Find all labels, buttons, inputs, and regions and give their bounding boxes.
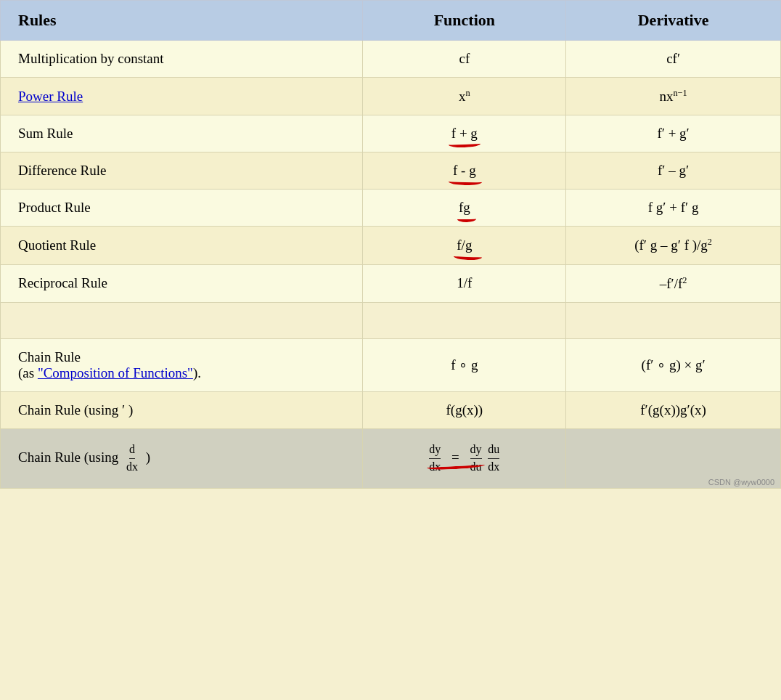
equals-sign: = xyxy=(451,449,459,465)
rule-cell: Reciprocal Rule xyxy=(1,264,363,302)
derivatives-table: Rules Function Derivative Multiplication… xyxy=(0,0,781,489)
rule-cell: Chain Rule (as "Composition of Functions… xyxy=(1,338,363,391)
function-cell: f + g xyxy=(363,115,566,152)
composition-link[interactable]: "Composition of Functions" xyxy=(38,365,193,380)
table-row: Product Rule fg f g′ + f′ g xyxy=(1,190,781,227)
function-cell: fg xyxy=(363,190,566,227)
table-row: Chain Rule (as "Composition of Functions… xyxy=(1,338,781,391)
dy-num: dy xyxy=(429,442,441,459)
dy-du-num: dy xyxy=(470,442,482,459)
du-dx-num: du xyxy=(488,442,499,459)
watermark: CSDN @wyw0000 xyxy=(708,478,774,487)
chain-rule-as: (as xyxy=(18,365,38,380)
function-cell: f(g(x)) xyxy=(363,391,566,428)
rule-cell: Multiplication by constant xyxy=(1,41,363,78)
function-underlined: f + g xyxy=(451,126,478,142)
chain-rule-label: Chain Rule xyxy=(18,349,81,365)
fraction-denominator: dx xyxy=(126,459,138,475)
chain-rule-end: ). xyxy=(193,365,201,380)
derivative-cell: CSDN @wyw0000 xyxy=(566,428,781,488)
chain-rule-d-end: ) xyxy=(146,449,150,465)
function-underlined: f - g xyxy=(453,163,476,179)
table-row: Sum Rule f + g f′ + g′ xyxy=(1,115,781,152)
separator-row xyxy=(1,302,781,338)
header-derivative: Derivative xyxy=(566,1,781,41)
function-cell: cf xyxy=(363,41,566,78)
rule-cell: Power Rule xyxy=(1,78,363,115)
table-row: Power Rule xn nxn−1 xyxy=(1,78,781,115)
derivative-cell: f g′ + f′ g xyxy=(566,190,781,227)
rule-cell: Product Rule xyxy=(1,190,363,227)
function-underlined: f/g xyxy=(457,237,472,253)
main-table-container: Rules Function Derivative Multiplication… xyxy=(0,0,781,489)
derivative-cell: f′ – g′ xyxy=(566,152,781,190)
function-cell: f/g xyxy=(363,227,566,264)
derivative-cell: (f′ ∘ g) × g′ xyxy=(566,338,781,391)
table-row: Quotient Rule f/g (f′ g – g′ f )/g2 xyxy=(1,227,781,264)
function-underlined: fg xyxy=(459,200,470,216)
function-cell: dy dx = dy du du dx xyxy=(363,428,566,488)
separator-cell xyxy=(1,302,363,338)
dy-dx-fraction: dy dx xyxy=(429,442,441,475)
rule-cell: Sum Rule xyxy=(1,115,363,152)
derivative-cell: (f′ g – g′ f )/g2 xyxy=(566,227,781,264)
dx-bottom-text: dx xyxy=(488,460,499,473)
rule-cell: Quotient Rule xyxy=(1,227,363,264)
function-cell: f - g xyxy=(363,152,566,190)
table-row: Reciprocal Rule 1/f –f′/f2 xyxy=(1,264,781,302)
chain-rule-fraction-row: Chain Rule (using d dx ) dy dx = dy xyxy=(1,428,781,488)
function-cell: 1/f xyxy=(363,264,566,302)
dy-du-fraction: dy du xyxy=(470,442,482,475)
du-dx-fraction: du dx xyxy=(488,442,499,475)
function-cell: xn xyxy=(363,78,566,115)
power-rule-link[interactable]: Power Rule xyxy=(18,89,83,104)
du-dx-den: dx xyxy=(488,459,499,475)
fraction-numerator: d xyxy=(129,442,135,459)
table-header-row: Rules Function Derivative xyxy=(1,1,781,41)
power-sup: n xyxy=(466,88,470,98)
derivative-cell: cf′ xyxy=(566,41,781,78)
table-row: Difference Rule f - g f′ – g′ xyxy=(1,152,781,190)
derivative-sup: n−1 xyxy=(673,88,687,98)
rule-cell: Chain Rule (using ′ ) xyxy=(1,391,363,428)
derivative-cell: f′(g(x))g′(x) xyxy=(566,391,781,428)
table-row: Chain Rule (using ′ ) f(g(x)) f′(g(x))g′… xyxy=(1,391,781,428)
table-row: Multiplication by constant cf cf′ xyxy=(1,41,781,78)
d-dx-fraction: d dx xyxy=(126,442,138,475)
header-function: Function xyxy=(363,1,566,41)
rule-cell: Chain Rule (using d dx ) xyxy=(1,428,363,488)
derivative-cell: nxn−1 xyxy=(566,78,781,115)
derivative-cell: f′ + g′ xyxy=(566,115,781,152)
function-cell: f ∘ g xyxy=(363,338,566,391)
separator-cell xyxy=(363,302,566,338)
header-rules: Rules xyxy=(1,1,363,41)
derivative-cell: –f′/f2 xyxy=(566,264,781,302)
rule-cell: Difference Rule xyxy=(1,152,363,190)
separator-cell xyxy=(566,302,781,338)
chain-rule-d-text: Chain Rule (using xyxy=(18,449,118,465)
